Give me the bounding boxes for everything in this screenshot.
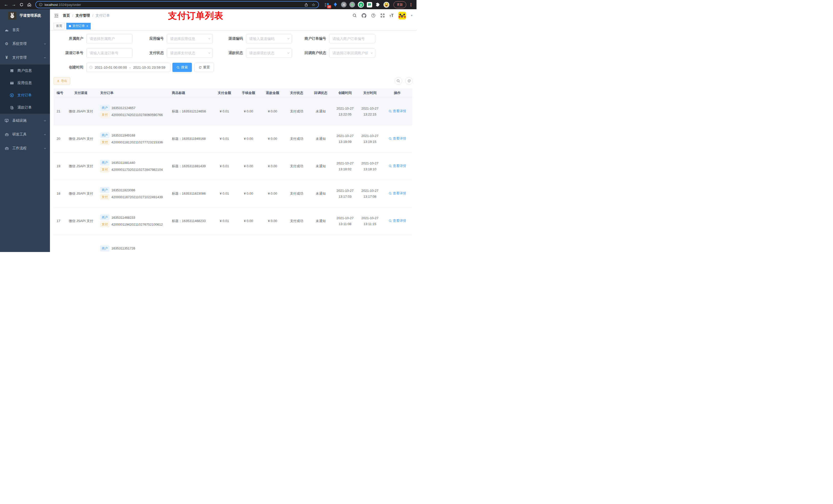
sidebar-item-infra[interactable]: 基础设施 — [0, 114, 50, 127]
browser-home-icon[interactable] — [26, 1, 33, 8]
site-info-icon[interactable] — [39, 3, 43, 6]
col-pay-status: 支付状态 — [285, 88, 309, 98]
sidebar: 芋道管理系统 首页 ⚙ 系统管理 ¥ 支付管理 — [0, 9, 50, 252]
help-icon[interactable] — [371, 13, 376, 18]
sidebar-logo-row[interactable]: 芋道管理系统 — [0, 9, 50, 22]
merchant-tag: 商户 — [100, 160, 110, 165]
notify-status-select[interactable] — [329, 48, 375, 57]
cell-actions: 查看详情 — [382, 152, 412, 180]
sidebar-item-refund-order[interactable]: 退款订单 — [0, 101, 50, 114]
active-dot — [69, 25, 71, 27]
filter-channel-code: 渠道编码 — [213, 34, 292, 43]
cell-pay-time: 2021-10-2713:19:15 — [357, 125, 382, 152]
cell-actions — [382, 235, 412, 252]
browser-reload-icon[interactable] — [18, 1, 25, 8]
view-detail-link[interactable]: 查看详情 — [388, 164, 406, 168]
cell-notify-status: 未通知 — [309, 180, 333, 207]
sidebar-item-home[interactable]: 首页 — [0, 23, 50, 37]
table-row: 19微信 JSAPI 支付商户1635311881440支付4200001173… — [53, 152, 412, 180]
sidebar-item-payment[interactable]: ¥ 支付管理 — [0, 51, 50, 65]
view-detail-link[interactable]: 查看详情 — [388, 136, 406, 141]
channel-code-select[interactable] — [246, 34, 292, 43]
close-icon[interactable]: × — [86, 25, 88, 28]
toggle-search-button[interactable] — [395, 77, 402, 85]
copy-docs-icon — [10, 106, 14, 110]
filter-notify-status: 回调商户状态 — [292, 48, 375, 57]
view-detail-link[interactable]: 查看详情 — [388, 109, 406, 114]
col-id: 编号 — [53, 88, 65, 98]
col-product-title: 商品标题 — [169, 88, 212, 98]
merchant-input[interactable] — [86, 34, 133, 43]
browser-forward-icon[interactable]: → — [10, 1, 18, 8]
extension-y-icon[interactable]: y — [358, 2, 364, 8]
view-detail-link[interactable]: 查看详情 — [388, 191, 406, 196]
app-title: 芋道管理系统 — [20, 13, 41, 18]
sidebar-item-label: 研发工具 — [12, 132, 27, 137]
avatar-caret-icon[interactable]: ▾ — [411, 14, 412, 17]
browser-back-icon[interactable]: ← — [3, 1, 10, 8]
extension-emoji-icon[interactable] — [383, 2, 389, 8]
cell-product-title: 标题：1635311468233 — [169, 207, 212, 235]
extension-recorder-icon[interactable] — [349, 2, 355, 7]
refund-status-select[interactable] — [246, 48, 292, 57]
filter-merchant-order-no: 商户订单编号 — [292, 34, 375, 43]
app-select[interactable] — [167, 34, 213, 43]
sidebar-item-workflow[interactable]: 工作流程 — [0, 141, 50, 155]
extension-grid-icon[interactable]: 10 — [324, 2, 330, 7]
breadcrumb-home[interactable]: 首页 — [63, 13, 70, 18]
filter-label: 创建时间 — [53, 65, 86, 70]
fullscreen-icon[interactable] — [380, 13, 385, 18]
cell-actions: 查看详情 — [382, 125, 412, 152]
tab-home[interactable]: 首页 — [53, 23, 65, 29]
cell-id: 21 — [53, 98, 65, 125]
pay-status-select[interactable] — [167, 48, 213, 57]
sidebar-item-app-info[interactable]: 应用信息 — [0, 77, 50, 89]
cell-notify-status: 未通知 — [309, 207, 333, 235]
sidebar-item-dev-tools[interactable]: 研发工具 — [0, 127, 50, 141]
cell-pay-amount: ¥ 0.01 — [212, 125, 236, 152]
channel-order-no-input[interactable] — [86, 48, 133, 57]
date-range-input[interactable]: 2021-10-01 00:00:00 - 2021-10-31 23:59:5… — [86, 63, 170, 72]
yen-icon: ¥ — [5, 55, 9, 60]
extension-kite-icon[interactable] — [332, 2, 338, 7]
export-button[interactable]: 导出 — [53, 77, 70, 85]
reset-button-label: 重置 — [203, 65, 210, 70]
github-icon[interactable] — [362, 13, 366, 18]
filter-merchant: 所属商户 — [53, 34, 133, 43]
sidebar-item-merchant-info[interactable]: 商户信息 — [0, 65, 50, 77]
sidebar-item-system[interactable]: ⚙ 系统管理 — [0, 37, 50, 51]
merchant-order-no: 1635311823086 — [112, 188, 135, 192]
filter-app: 应用编号 — [133, 34, 213, 43]
browser-menu-icon[interactable]: ⋮ — [408, 2, 414, 7]
user-avatar[interactable] — [398, 12, 406, 20]
extension-puzzle-icon[interactable] — [375, 2, 381, 7]
merchant-order-no: 1635312124657 — [112, 106, 136, 110]
url-bar[interactable]: localhost:1024/pay/order ☆ — [35, 1, 319, 8]
cell-pay-status: 支付成功 — [285, 152, 309, 180]
breadcrumb-separator: / — [72, 14, 73, 18]
bookmark-star-icon[interactable]: ☆ — [312, 2, 315, 7]
share-icon[interactable] — [304, 3, 308, 7]
search-button[interactable]: 搜索 — [172, 63, 192, 72]
extension-command-icon[interactable]: ⌘ — [341, 2, 347, 7]
cell-pay-order: 商户1635311881440支付42000011732021102728479… — [97, 152, 169, 180]
breadcrumb-payment[interactable]: 支付管理 — [76, 13, 90, 18]
collapse-sidebar-icon[interactable] — [54, 13, 59, 18]
font-size-icon[interactable]: TT — [389, 14, 394, 18]
reset-button[interactable]: 重置 — [194, 63, 214, 72]
cell-pay-status: 支付成功 — [285, 207, 309, 235]
cell-create-time: 2021-10-2713:11:08 — [333, 207, 357, 235]
cell-pay-time: 2021-10-2713:18:10 — [357, 152, 382, 180]
cell-fee-amount: ¥ 0.00 — [236, 98, 261, 125]
cell-pay-amount: ¥ 0.01 — [212, 180, 236, 207]
view-detail-link[interactable]: 查看详情 — [388, 218, 406, 223]
extension-chat-icon[interactable] — [367, 2, 372, 7]
cell-actions: 查看详情 — [382, 98, 412, 125]
sidebar-item-pay-order[interactable]: 支付订单 — [0, 89, 50, 101]
tab-pay-order[interactable]: 支付订单 × — [66, 23, 91, 29]
cell-create-time: 2021-10-2713:17:03 — [333, 180, 357, 207]
refresh-button[interactable] — [405, 77, 413, 85]
merchant-order-no-input[interactable] — [329, 34, 375, 43]
search-icon[interactable] — [353, 13, 357, 18]
browser-update-button[interactable]: 更新 — [394, 1, 406, 8]
